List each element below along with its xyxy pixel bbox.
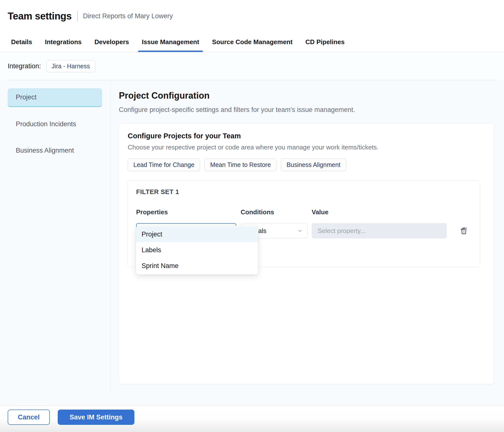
value-column: Value [312,208,447,238]
properties-label: Properties [136,208,236,216]
filter-set-title: FILTER SET 1 [136,188,469,196]
content-area: Project Production Incidents Business Al… [0,80,504,406]
tab-source-code-management[interactable]: Source Code Management [212,32,293,52]
dropdown-option-project[interactable]: Project [136,226,258,242]
tab-cd-pipelines[interactable]: CD Pipelines [305,32,344,52]
tab-issue-management[interactable]: Issue Management [142,32,199,52]
integration-bar: Integration: Jira - Harness [0,52,504,80]
conditions-label: Conditions [241,208,308,216]
integration-label: Integration: [8,62,41,70]
dropdown-option-sprint-name[interactable]: Sprint Name [136,258,258,274]
chip-mean-time-to-restore[interactable]: Mean Time to Restore [204,159,276,171]
tab-developers[interactable]: Developers [94,32,129,52]
card-subtitle: Choose your respective project or code a… [128,143,480,151]
sidebar-item-production-incidents[interactable]: Production Incidents [8,118,102,130]
title-divider [77,11,78,21]
filter-set-1: FILTER SET 1 Properties - Select propert… [128,180,480,267]
main-panel: Project Configuration Configure project-… [110,80,504,406]
sidebar-item-business-alignment[interactable]: Business Alignment [8,144,102,157]
metric-chip-row: Lead Time for Change Mean Time to Restor… [128,159,480,171]
filter-row: Properties - Select property... - Projec… [136,208,469,238]
tab-bar: Details Integrations Developers Issue Ma… [0,32,504,52]
delete-filter-button[interactable] [458,225,469,237]
chevron-down-icon [297,228,303,234]
integration-chip[interactable]: Jira - Harness [46,60,95,72]
section-description: Configure project-specific settings and … [119,106,494,114]
page-header: Team settings Direct Reports of Mary Low… [0,0,504,32]
chip-lead-time-for-change[interactable]: Lead Time for Change [128,159,200,171]
trash-icon [459,226,468,236]
card-title: Configure Projects for your Team [128,132,480,140]
tab-integrations[interactable]: Integrations [45,32,82,52]
filter-actions [458,223,469,238]
section-heading: Project Configuration [119,91,494,101]
value-label: Value [312,208,447,216]
save-im-settings-button[interactable]: Save IM Settings [58,410,134,425]
settings-sidebar: Project Production Incidents Business Al… [0,80,110,406]
footer-bar: Cancel Save IM Settings [0,406,504,432]
configure-projects-card: Configure Projects for your Team Choose … [119,123,494,384]
tab-details[interactable]: Details [11,32,32,52]
value-input [312,223,447,238]
cancel-button[interactable]: Cancel [8,410,50,425]
dropdown-option-labels[interactable]: Labels [136,242,258,258]
properties-dropdown: Project Labels Sprint Name [136,226,258,274]
chip-business-alignment[interactable]: Business Alignment [281,159,346,171]
page-subtitle: Direct Reports of Mary Lowery [83,12,173,20]
properties-column: Properties - Select property... - Projec… [136,208,236,238]
page-title: Team settings [8,11,72,22]
sidebar-item-project[interactable]: Project [8,88,102,107]
